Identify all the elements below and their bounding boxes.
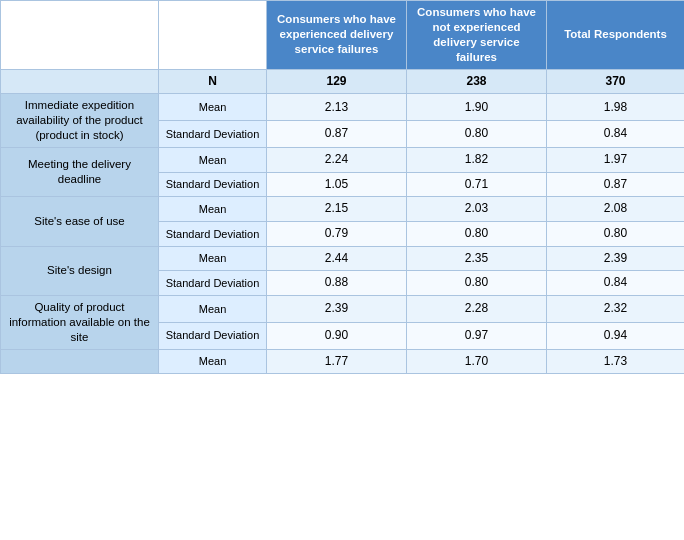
data-table: Consumers who have experienced delivery … (0, 0, 684, 374)
table-body: Immediate expedition availability of the… (1, 94, 685, 374)
stat-label: Mean (159, 295, 267, 322)
stat-label: Mean (159, 148, 267, 173)
n-not-experienced: 238 (407, 69, 547, 94)
table-row: Immediate expedition availability of the… (1, 94, 685, 121)
header-n-row: N 129 238 370 (1, 69, 685, 94)
data-value: 1.90 (407, 94, 547, 121)
data-value: 0.84 (547, 271, 685, 296)
data-value: 0.90 (267, 322, 407, 349)
header-total: Total Respondents (547, 1, 685, 70)
last-data-value: 1.77 (267, 349, 407, 374)
data-value: 2.08 (547, 197, 685, 222)
n-label: N (159, 69, 267, 94)
data-value: 2.35 (407, 246, 547, 271)
row-group-label: Meeting the delivery deadline (1, 148, 159, 197)
table-row: Quality of product information available… (1, 295, 685, 322)
last-data-value: 1.70 (407, 349, 547, 374)
corner-empty-1 (1, 1, 159, 70)
corner-empty-2 (159, 1, 267, 70)
stat-label: Standard Deviation (159, 121, 267, 148)
data-value: 1.97 (547, 148, 685, 173)
row-group-label: Quality of product information available… (1, 295, 159, 349)
table-row: Site's designMean2.442.352.39 (1, 246, 685, 271)
data-value: 2.24 (267, 148, 407, 173)
data-value: 0.80 (407, 221, 547, 246)
stat-label: Standard Deviation (159, 271, 267, 296)
stat-label: Mean (159, 197, 267, 222)
data-value: 2.15 (267, 197, 407, 222)
stat-label: Standard Deviation (159, 172, 267, 197)
stat-label: Standard Deviation (159, 221, 267, 246)
data-value: 2.32 (547, 295, 685, 322)
row-group-label: Site's design (1, 246, 159, 295)
row-group-label: Immediate expedition availability of the… (1, 94, 159, 148)
table-row: Meeting the delivery deadlineMean2.241.8… (1, 148, 685, 173)
data-value: 1.98 (547, 94, 685, 121)
data-value: 2.44 (267, 246, 407, 271)
data-value: 0.94 (547, 322, 685, 349)
data-value: 0.71 (407, 172, 547, 197)
data-value: 0.88 (267, 271, 407, 296)
table-row: Site's ease of useMean2.152.032.08 (1, 197, 685, 222)
data-value: 2.13 (267, 94, 407, 121)
n-total: 370 (547, 69, 685, 94)
data-value: 1.82 (407, 148, 547, 173)
data-value: 0.84 (547, 121, 685, 148)
header-not-experienced: Consumers who have not experienced deliv… (407, 1, 547, 70)
stat-label: Standard Deviation (159, 322, 267, 349)
n-experienced: 129 (267, 69, 407, 94)
header-row: Consumers who have experienced delivery … (1, 1, 685, 70)
main-table-container: Consumers who have experienced delivery … (0, 0, 684, 374)
row-group-label: Site's ease of use (1, 197, 159, 246)
data-value: 2.39 (267, 295, 407, 322)
n-corner-empty (1, 69, 159, 94)
last-mean-row: Mean1.771.701.73 (1, 349, 685, 374)
data-value: 0.97 (407, 322, 547, 349)
data-value: 0.87 (547, 172, 685, 197)
last-stat-label: Mean (159, 349, 267, 374)
data-value: 0.79 (267, 221, 407, 246)
data-value: 1.05 (267, 172, 407, 197)
data-value: 0.87 (267, 121, 407, 148)
stat-label: Mean (159, 94, 267, 121)
last-data-value: 1.73 (547, 349, 685, 374)
data-value: 0.80 (407, 271, 547, 296)
data-value: 2.03 (407, 197, 547, 222)
data-value: 2.39 (547, 246, 685, 271)
data-value: 0.80 (547, 221, 685, 246)
stat-label: Mean (159, 246, 267, 271)
header-experienced: Consumers who have experienced delivery … (267, 1, 407, 70)
last-row-label (1, 349, 159, 374)
data-value: 2.28 (407, 295, 547, 322)
data-value: 0.80 (407, 121, 547, 148)
